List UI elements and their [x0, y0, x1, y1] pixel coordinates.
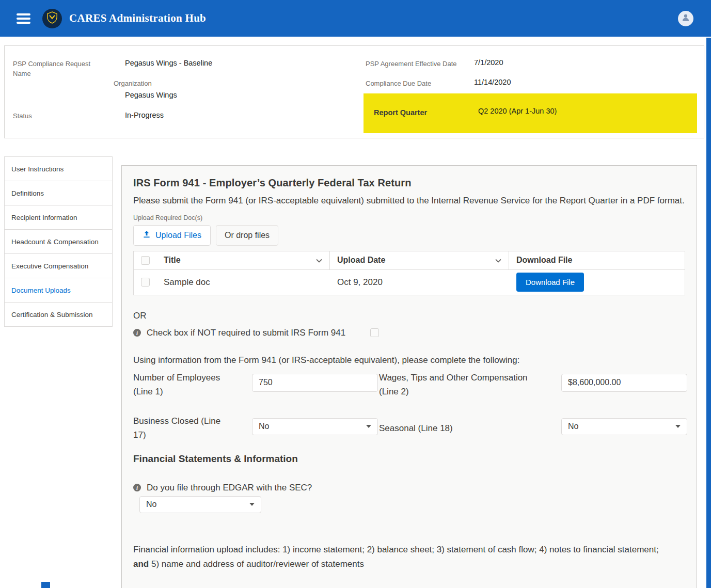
note-text: Financial information upload includes: 1…	[133, 545, 659, 554]
due-date-value: 11/14/2020	[474, 77, 511, 87]
drop-files-label: Or drop files	[225, 231, 270, 240]
chevron-down-icon[interactable]	[316, 256, 322, 265]
menu-icon[interactable]	[17, 13, 30, 24]
app-header: CARES Administration Hub	[0, 0, 711, 37]
form941-description: Please submit the Form 941 (or IRS-accep…	[133, 194, 685, 208]
upload-date-column-label: Upload Date	[337, 256, 385, 265]
edgar-question-row: i Do you file through EDGAR with the SEC…	[133, 483, 685, 493]
title-column-label: Title	[164, 256, 181, 265]
status-value: In-Progress	[125, 110, 164, 120]
app-title: CARES Administration Hub	[69, 12, 206, 25]
user-avatar[interactable]	[678, 11, 693, 26]
organization-value: Pegasus Wings	[125, 90, 177, 100]
upload-files-label: Upload Files	[155, 231, 201, 240]
upload-required-docs-label: Upload Required Doc(s)	[133, 214, 685, 221]
dropdown-arrow-icon	[675, 425, 681, 428]
sidebar-item-document-uploads[interactable]: Document Uploads	[4, 278, 113, 303]
form941-title: IRS Form 941 - Employer’s Quarterly Fede…	[133, 177, 685, 189]
edgar-select-value: No	[146, 500, 156, 509]
not-required-label: Check box if NOT required to submit IRS …	[147, 328, 345, 338]
financial-upload-note: Financial information upload includes: 1…	[133, 543, 673, 571]
dropdown-arrow-icon	[366, 425, 371, 428]
person-icon	[681, 13, 690, 24]
document-title-cell: Sample doc	[156, 277, 330, 288]
horizontal-scrollbar-thumb[interactable]	[41, 582, 50, 588]
chevron-down-icon[interactable]	[495, 256, 501, 265]
employees-input[interactable]	[252, 374, 378, 392]
sidebar-item-definitions[interactable]: Definitions	[4, 181, 113, 205]
wages-label: Wages, Tips and Other Compensation (Line…	[379, 371, 539, 399]
app-logo	[42, 9, 62, 28]
sidebar-item-recipient-information[interactable]: Recipient Information	[4, 205, 113, 230]
sidebar-item-headcount-compensation[interactable]: Headcount & Compensation	[4, 229, 113, 254]
download-file-button[interactable]: Download File	[516, 273, 584, 292]
uploaded-documents-table: Title Upload Date Download File Sample d…	[133, 251, 685, 295]
table-row: Sample doc Oct 9, 2020 Download File	[134, 270, 685, 295]
request-name-label: PSP Compliance Request Name	[13, 59, 96, 79]
column-header-upload-date[interactable]: Upload Date	[330, 251, 509, 269]
not-required-checkbox[interactable]	[370, 328, 379, 337]
form941-instructions: Using information from the Form 941 (or …	[133, 355, 685, 365]
employees-label: Number of Employees (Line 1)	[133, 371, 229, 399]
edgar-question-label: Do you file through EDGAR with the SEC?	[147, 483, 312, 493]
upload-files-button[interactable]: Upload Files	[133, 225, 211, 246]
table-header-row: Title Upload Date Download File	[134, 251, 685, 270]
note-bold-text: and	[133, 559, 149, 569]
column-header-download-file: Download File	[509, 251, 685, 269]
status-label: Status	[13, 112, 32, 121]
shield-icon	[46, 11, 58, 26]
column-header-title[interactable]: Title	[156, 251, 330, 269]
compliance-request-summary-card: PSP Compliance Request Name Pegasus Wing…	[4, 45, 704, 138]
info-icon[interactable]: i	[133, 329, 141, 337]
row-checkbox[interactable]	[141, 278, 150, 287]
or-separator-text: OR	[133, 311, 685, 321]
business-closed-value: No	[259, 422, 269, 431]
upload-date-cell: Oct 9, 2020	[330, 277, 509, 288]
not-required-row: i Check box if NOT required to submit IR…	[133, 328, 685, 338]
download-file-column-label: Download File	[516, 256, 572, 265]
upload-icon	[143, 230, 151, 241]
report-quarter-value: Q2 2020 (Apr 1-Jun 30)	[478, 107, 557, 115]
due-date-label: Compliance Due Date	[366, 79, 431, 89]
sidebar-item-executive-compensation[interactable]: Executive Compensation	[4, 253, 113, 278]
financial-statements-title: Financial Statements & Information	[133, 453, 685, 465]
request-name-value: Pegasus Wings - Baseline	[125, 58, 212, 68]
select-all-cell	[134, 251, 156, 269]
seasonal-select[interactable]: No	[561, 418, 687, 435]
upload-controls: Upload Files Or drop files	[133, 225, 685, 246]
note-text: 5) name and address of auditor/reviewer …	[149, 559, 364, 569]
business-closed-label: Business Closed (Line 17)	[133, 414, 231, 442]
report-quarter-label: Report Quarter	[374, 108, 427, 117]
info-icon[interactable]: i	[133, 484, 141, 491]
drop-files-zone[interactable]: Or drop files	[216, 225, 278, 246]
download-file-cell: Download File	[509, 273, 685, 292]
select-all-checkbox[interactable]	[141, 256, 150, 265]
seasonal-value: No	[568, 422, 578, 431]
document-uploads-panel: IRS Form 941 - Employer’s Quarterly Fede…	[121, 165, 697, 588]
wages-input[interactable]	[561, 374, 687, 392]
sidebar-item-certification-submission[interactable]: Certification & Submission	[4, 302, 113, 327]
seasonal-label: Seasonal (Line 18)	[379, 421, 453, 435]
vertical-scrollbar[interactable]	[706, 38, 711, 588]
effective-date-value: 7/1/2020	[474, 57, 503, 68]
edgar-select[interactable]: No	[139, 496, 261, 513]
report-quarter-highlight: Report Quarter Q2 2020 (Apr 1-Jun 30)	[364, 93, 697, 133]
section-nav: User Instructions Definitions Recipient …	[4, 156, 113, 327]
sidebar-item-user-instructions[interactable]: User Instructions	[4, 156, 113, 181]
dropdown-arrow-icon	[249, 503, 255, 506]
effective-date-label: PSP Agreement Effective Date	[366, 59, 457, 69]
organization-label: Organization	[114, 79, 152, 89]
row-select-cell	[134, 270, 156, 295]
form941-fields: Number of Employees (Line 1) Wages, Tips…	[133, 371, 685, 448]
business-closed-select[interactable]: No	[252, 418, 378, 435]
